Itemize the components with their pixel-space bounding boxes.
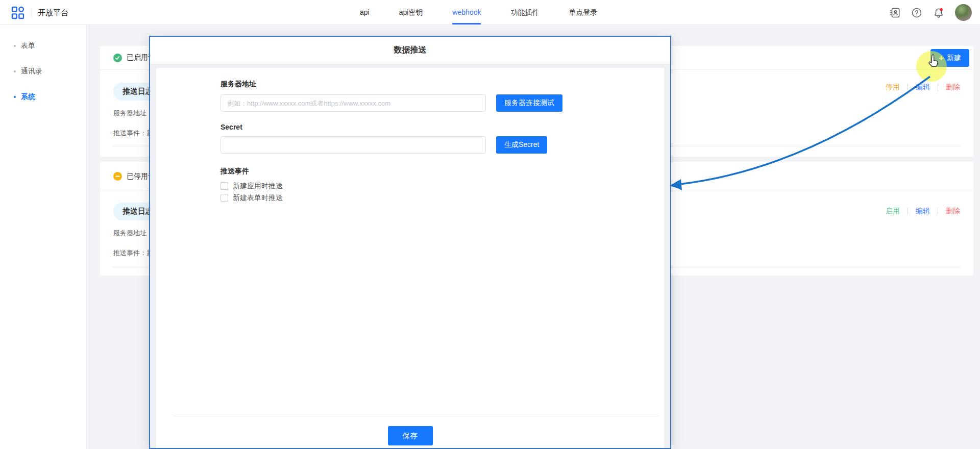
data-push-modal: 数据推送 服务器地址 服务器连接测试 Secret 生成Secret 推送事件 … <box>149 36 671 449</box>
checkbox-new-form[interactable] <box>220 194 228 202</box>
sidebar-item-label: 表单 <box>21 41 35 51</box>
edit-link[interactable]: 编辑 <box>916 83 930 92</box>
tab-api-secret[interactable]: api密钥 <box>399 0 423 24</box>
top-navbar: 开放平台 api api密钥 webhook 功能插件 单点登录 <box>0 0 980 25</box>
tab-plugins[interactable]: 功能插件 <box>510 0 539 24</box>
secret-label: Secret <box>220 123 644 131</box>
contacts-icon[interactable] <box>889 7 900 18</box>
check-circle-icon <box>113 54 122 62</box>
help-icon[interactable] <box>911 7 922 18</box>
server-address-label: 服务器地址 <box>220 80 644 89</box>
sidebar-item-label: 系统 <box>21 92 35 102</box>
tab-sso[interactable]: 单点登录 <box>569 0 597 24</box>
tab-api[interactable]: api <box>360 0 370 24</box>
enable-link[interactable]: 启用 <box>886 207 900 216</box>
modal-form-panel: 服务器地址 服务器连接测试 Secret 生成Secret 推送事件 新建应用时… <box>156 68 664 448</box>
delete-link[interactable]: 删除 <box>946 207 960 216</box>
sidebar-item-label: 通讯录 <box>21 67 42 76</box>
navbar-right-icons <box>889 0 972 25</box>
modal-body: 服务器地址 服务器连接测试 Secret 生成Secret 推送事件 新建应用时… <box>150 64 670 448</box>
new-webhook-button[interactable]: + 新建 <box>930 49 969 67</box>
secret-input[interactable] <box>220 136 486 154</box>
edit-link[interactable]: 编辑 <box>916 207 930 216</box>
bullet-icon <box>14 45 16 47</box>
event-option-row: 新建应用时推送 <box>220 181 644 191</box>
app-logo-icon[interactable] <box>11 6 24 19</box>
page-title: 开放平台 <box>38 0 68 25</box>
server-address-input[interactable] <box>220 94 486 112</box>
enabled-item-actions: 停用 编辑 删除 <box>886 83 960 92</box>
title-divider <box>32 8 32 17</box>
save-button[interactable]: 保存 <box>388 426 433 445</box>
generate-secret-button[interactable]: 生成Secret <box>496 136 547 154</box>
nav-tabs: api api密钥 webhook 功能插件 单点登录 <box>360 0 597 25</box>
disabled-item-actions: 启用 编辑 删除 <box>886 207 960 216</box>
action-separator <box>938 84 938 91</box>
sidebar: 表单 通讯录 系统 <box>0 25 87 449</box>
bullet-icon <box>14 96 16 98</box>
tab-webhook[interactable]: webhook <box>452 0 481 24</box>
disable-link[interactable]: 停用 <box>886 83 900 92</box>
sidebar-item-contacts[interactable]: 通讯录 <box>0 59 86 84</box>
checkbox-label: 新建应用时推送 <box>233 182 283 191</box>
sidebar-item-system[interactable]: 系统 <box>0 84 86 110</box>
delete-link[interactable]: 删除 <box>946 83 960 92</box>
plus-icon: + <box>939 54 944 62</box>
new-button-label: 新建 <box>947 54 961 63</box>
push-events-label: 推送事件 <box>220 167 644 176</box>
action-separator <box>938 208 938 215</box>
notification-bell-icon[interactable] <box>933 7 944 18</box>
user-avatar[interactable] <box>955 4 972 21</box>
action-separator <box>908 84 908 91</box>
action-separator <box>908 208 908 215</box>
checkbox-new-app[interactable] <box>220 182 228 190</box>
server-test-button[interactable]: 服务器连接测试 <box>496 94 562 112</box>
footer-divider <box>173 416 659 416</box>
event-option-row: 新建表单时推送 <box>220 193 644 203</box>
checkbox-label: 新建表单时推送 <box>233 193 283 203</box>
minus-circle-icon <box>113 172 122 181</box>
sidebar-item-forms[interactable]: 表单 <box>0 33 86 59</box>
bullet-icon <box>14 70 16 72</box>
modal-title: 数据推送 <box>150 37 670 63</box>
